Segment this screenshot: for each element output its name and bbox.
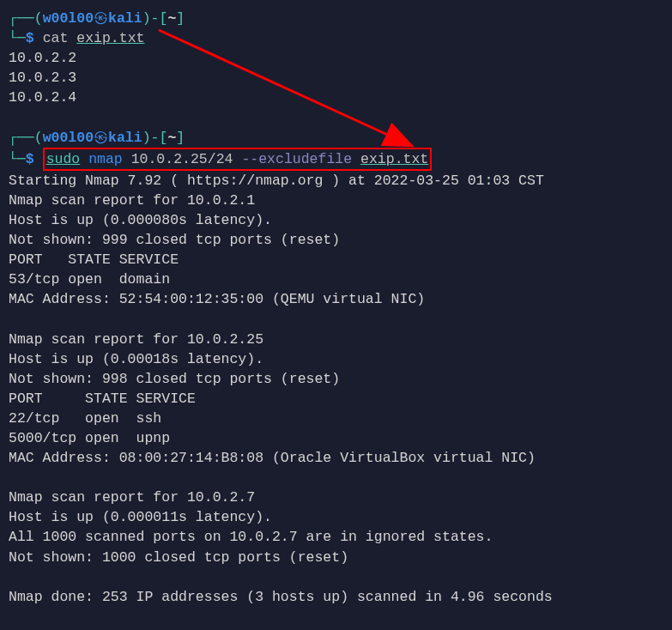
- skull-icon: ㉿: [94, 9, 108, 28]
- output-line: 10.0.2.2: [9, 48, 663, 68]
- prompt-block-2: ┌──(w00l00㉿kali)-[~] └─$ sudo nmap 10.0.…: [9, 128, 663, 171]
- prompt-host: kali: [108, 128, 142, 148]
- prompt-corner-bottom: └─: [9, 149, 26, 169]
- prompt-open-paren: (: [34, 128, 43, 148]
- path-close: ]: [176, 9, 185, 28]
- output-blank: [9, 567, 663, 587]
- cmd-file-1[interactable]: exip.txt: [76, 28, 144, 48]
- prompt-path: ~: [167, 128, 176, 148]
- cmd-cat[interactable]: cat: [43, 28, 69, 48]
- output-blank: [9, 107, 663, 127]
- output-line: Host is up (0.00018s latency).: [9, 349, 663, 369]
- prompt-user: w00l00: [43, 128, 94, 148]
- output-line: PORT STATE SERVICE: [9, 250, 663, 270]
- cmd-nmap[interactable]: nmap: [88, 151, 123, 167]
- prompt-close-paren: ): [142, 128, 151, 148]
- prompt-host: kali: [108, 9, 142, 28]
- output-line: Not shown: 1000 closed tcp ports (reset): [9, 548, 663, 567]
- output-line: Nmap scan report for 10.0.2.25: [9, 330, 663, 349]
- output-blank: [9, 309, 663, 329]
- prompt-open-paren: (: [34, 9, 43, 28]
- path-open: [: [159, 9, 167, 28]
- cmd-flag[interactable]: --excludefile: [241, 151, 352, 167]
- cmd-file-2[interactable]: exip.txt: [360, 151, 428, 167]
- prompt-close-paren: ): [142, 9, 151, 28]
- skull-icon: ㉿: [94, 128, 108, 148]
- output-line: 10.0.2.3: [9, 68, 663, 88]
- prompt-dash: -: [151, 128, 160, 148]
- output-line: Not shown: 998 closed tcp ports (reset): [9, 369, 663, 389]
- output-line: MAC Address: 52:54:00:12:35:00 (QEMU vir…: [9, 289, 663, 309]
- output-line: Nmap done: 253 IP addresses (3 hosts up)…: [9, 587, 663, 607]
- path-open: [: [159, 128, 167, 148]
- path-close: ]: [176, 128, 185, 148]
- output-line: Nmap scan report for 10.0.2.1: [9, 191, 663, 210]
- prompt-path: ~: [167, 9, 176, 28]
- output-line: 53/tcp open domain: [9, 270, 663, 289]
- output-line: Nmap scan report for 10.0.2.7: [9, 488, 663, 507]
- cmd-target[interactable]: 10.0.2.25/24: [131, 151, 233, 167]
- highlighted-command: sudo nmap 10.0.2.25/24 --excludefile exi…: [43, 148, 433, 171]
- prompt-block-1: ┌──(w00l00㉿kali)-[~] └─$ cat exip.txt: [9, 9, 663, 48]
- prompt-corner-bottom: └─: [9, 28, 26, 48]
- output-line: 10.0.2.4: [9, 88, 663, 107]
- output-line: 22/tcp open ssh: [9, 409, 663, 428]
- output-line: Host is up (0.000080s latency).: [9, 210, 663, 230]
- prompt-dollar: $: [26, 149, 34, 169]
- prompt-corner: ┌──: [9, 9, 34, 28]
- output-blank: [9, 468, 663, 488]
- prompt-user: w00l00: [43, 9, 94, 28]
- output-line: MAC Address: 08:00:27:14:B8:08 (Oracle V…: [9, 448, 663, 468]
- output-line: PORT STATE SERVICE: [9, 389, 663, 409]
- output-line: Starting Nmap 7.92 ( https://nmap.org ) …: [9, 171, 663, 191]
- output-line: Not shown: 999 closed tcp ports (reset): [9, 230, 663, 250]
- output-line: Host is up (0.000011s latency).: [9, 507, 663, 527]
- prompt-dollar: $: [26, 28, 34, 48]
- prompt-corner: ┌──: [9, 128, 34, 148]
- prompt-dash: -: [151, 9, 160, 28]
- output-line: All 1000 scanned ports on 10.0.2.7 are i…: [9, 527, 663, 547]
- cmd-sudo[interactable]: sudo: [46, 151, 81, 167]
- output-line: 5000/tcp open upnp: [9, 428, 663, 448]
